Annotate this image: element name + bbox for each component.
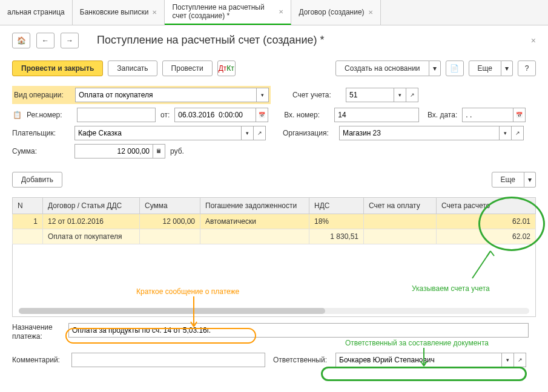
close-icon[interactable]: ✕ <box>368 9 373 16</box>
forward-button[interactable]: → <box>61 33 79 48</box>
close-icon[interactable]: ✕ <box>152 9 157 16</box>
purpose-label: Назначение платежа: <box>12 323 64 342</box>
table: N Договор / Статья ДДС Сумма Погашение з… <box>0 197 548 244</box>
dropdown-icon[interactable]: ▾ <box>242 126 254 140</box>
home-button[interactable]: 🏠 <box>12 33 30 48</box>
vh-date-label: Вх. дата: <box>424 111 457 119</box>
create-based-button[interactable]: Создать на основании ▾ <box>335 60 441 76</box>
dropdown-icon[interactable]: ▾ <box>257 88 269 102</box>
purpose-field[interactable] <box>68 323 529 338</box>
close-button[interactable]: × <box>531 36 536 45</box>
table-row[interactable]: Оплата от покупателя 1 830,51 62.02 <box>13 229 536 244</box>
table-toolbar: Добавить Еще ▾ <box>0 167 548 192</box>
dropdown-icon[interactable]: ▾ <box>524 172 536 188</box>
vh-number-field[interactable] <box>334 108 419 122</box>
col-vat[interactable]: НДС <box>309 197 364 214</box>
resp-label: Ответственный: <box>270 356 331 364</box>
col-acc[interactable]: Счета расчето <box>437 197 536 214</box>
vh-number-label: Вх. номер: <box>284 111 329 119</box>
post-button[interactable]: Провести <box>162 60 213 76</box>
open-icon[interactable]: ↗ <box>512 126 524 140</box>
dropdown-icon[interactable]: ▾ <box>500 126 512 140</box>
op-type-label: Вид операции: <box>14 91 71 99</box>
form: Вид операции: ▾ Счет учета: ▾ ↗ 📋 Рег.но… <box>0 81 548 167</box>
header: 🏠 ← → Поступление на расчетный счет (соз… <box>0 25 548 56</box>
calculator-icon[interactable]: 🖩 <box>153 144 165 158</box>
dropdown-icon[interactable]: ▾ <box>429 60 441 76</box>
comment-field[interactable] <box>71 353 265 367</box>
tab-bar: альная страница Банковские выписки✕ Пост… <box>0 0 548 25</box>
save-button[interactable]: Записать <box>108 60 157 76</box>
close-icon[interactable]: ✕ <box>279 8 283 15</box>
from-label: от: <box>160 111 170 119</box>
dtct-icon[interactable]: ДтКт <box>217 60 236 76</box>
scrollbar[interactable] <box>19 308 529 314</box>
table-row[interactable]: 1 12 от 01.02.2016 12 000,00 Автоматичес… <box>13 214 536 229</box>
vh-date-field[interactable] <box>462 108 513 122</box>
sum-field[interactable] <box>74 144 153 158</box>
bottom-form: Назначение платежа: Комментарий: Ответст… <box>0 317 548 377</box>
col-sum[interactable]: Сумма <box>140 197 200 214</box>
currency-label: руб. <box>170 147 184 155</box>
document-icon[interactable]: 📄 <box>446 60 464 76</box>
dropdown-icon[interactable]: ▾ <box>501 60 513 76</box>
table-more-button[interactable]: Еще ▾ <box>492 172 536 188</box>
table-body-empty <box>12 244 536 317</box>
tab-bank[interactable]: Банковские выписки✕ <box>73 0 165 25</box>
col-invoice[interactable]: Счет на оплату <box>364 197 437 214</box>
open-icon[interactable]: ↗ <box>406 88 418 102</box>
open-icon[interactable]: ↗ <box>254 126 266 140</box>
tab-main[interactable]: альная страница <box>0 0 73 25</box>
comment-label: Комментарий: <box>12 356 67 364</box>
col-repay[interactable]: Погашение задолженности <box>200 197 309 214</box>
post-close-button[interactable]: Провести и закрыть <box>12 60 103 76</box>
date-field[interactable] <box>174 108 256 122</box>
dropdown-icon[interactable]: ▾ <box>502 353 514 367</box>
document-icon: 📋 <box>12 110 22 120</box>
help-button[interactable]: ? <box>518 60 536 76</box>
resp-field[interactable] <box>335 353 502 367</box>
payer-field[interactable] <box>74 126 242 140</box>
col-contract[interactable]: Договор / Статья ДДС <box>43 197 140 214</box>
org-label: Организация: <box>283 129 334 137</box>
back-button[interactable]: ← <box>36 33 54 48</box>
calendar-icon[interactable]: 📅 <box>256 108 268 122</box>
calendar-icon[interactable]: 📅 <box>513 108 526 122</box>
reg-label: Рег.номер: <box>27 111 72 119</box>
account-field[interactable] <box>346 88 394 102</box>
more-button[interactable]: Еще ▾ <box>469 60 513 76</box>
reg-number-field[interactable] <box>77 108 156 122</box>
open-icon[interactable]: ↗ <box>514 353 526 367</box>
tab-contract[interactable]: Договор (создание)✕ <box>291 0 380 25</box>
account-label: Счет учета: <box>292 91 341 99</box>
col-n[interactable]: N <box>13 197 43 214</box>
page-title: Поступление на расчетный счет (создание)… <box>97 34 525 47</box>
org-field[interactable] <box>339 126 500 140</box>
tab-receipt[interactable]: Поступление на расчетный счет (создание)… <box>165 0 291 25</box>
sum-label: Сумма: <box>12 147 70 155</box>
dropdown-icon[interactable]: ▾ <box>394 88 406 102</box>
toolbar: Провести и закрыть Записать Провести ДтК… <box>0 56 548 81</box>
op-type-field[interactable] <box>75 88 257 102</box>
payer-label: Плательщик: <box>12 129 70 137</box>
add-button[interactable]: Добавить <box>12 172 62 188</box>
